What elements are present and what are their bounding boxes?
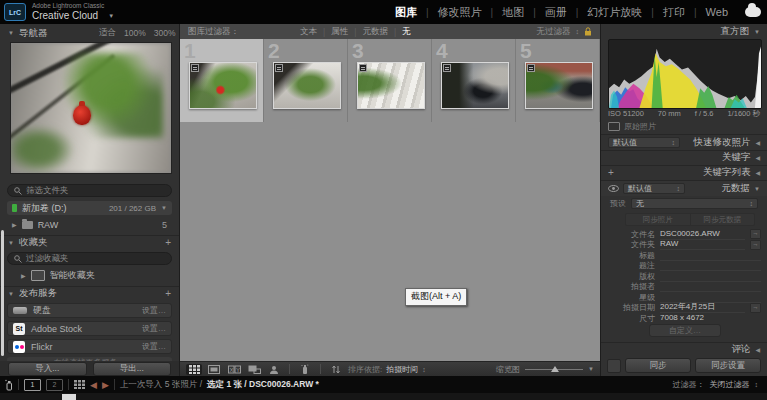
develop-badge-icon[interactable] — [527, 64, 535, 72]
field-value[interactable]: DSC00026.ARW — [660, 229, 745, 240]
left-panel-scrollbar[interactable] — [1, 230, 4, 356]
develop-badge-icon[interactable] — [359, 64, 367, 72]
import-button[interactable]: 导入... — [8, 362, 87, 376]
filter-preset-value[interactable]: 无过滤器 — [537, 26, 571, 38]
folder-row-raw[interactable]: ▶ RAW 5 — [7, 218, 172, 231]
field-value[interactable] — [660, 281, 761, 292]
triangle-right-icon[interactable]: ▶ — [21, 272, 26, 279]
quick-develop-preset-dropdown[interactable]: 默认值 ↕ — [608, 137, 680, 148]
module-map[interactable]: 地图 — [493, 5, 533, 20]
grid-cell-5[interactable]: 5 — [516, 39, 600, 122]
module-book[interactable]: 画册 — [536, 5, 576, 20]
zoom-300-button[interactable]: 300% — [154, 28, 176, 38]
module-print[interactable]: 打印 — [654, 5, 694, 20]
filter-tab-none[interactable]: 无 — [402, 26, 411, 38]
navigator-header[interactable]: ▼ 导航器 适合 100% 300% ↕ — [0, 26, 195, 40]
field-action-button[interactable]: → — [750, 240, 761, 250]
painter-spray-icon[interactable] — [297, 364, 313, 375]
module-slideshow[interactable]: 幻灯片放映 — [578, 5, 651, 20]
filmstrip-selection-status[interactable]: 选定 1 张 / DSC00026.ARW * — [207, 379, 319, 391]
sort-picker-icon[interactable]: ↕ — [422, 366, 426, 373]
collections-header[interactable]: ▼ 收藏夹 + — [0, 235, 179, 249]
volume-row[interactable]: 新加卷 (D:) 201 / 262 GB ▼ — [7, 201, 172, 215]
filter-tab-text[interactable]: 文本 — [300, 26, 317, 38]
publish-service-harddrive[interactable]: 硬盘 设置… — [7, 303, 172, 318]
field-value[interactable]: RAW — [660, 239, 745, 250]
autosync-toggle[interactable] — [607, 359, 621, 373]
photo-thumbnail-2[interactable] — [273, 62, 341, 109]
survey-view-icon[interactable] — [246, 364, 262, 375]
grid-cell-2[interactable]: 2 — [264, 39, 348, 122]
spray-can-icon[interactable] — [5, 379, 13, 390]
slider-knob[interactable] — [551, 366, 559, 372]
thumbnail-size-slider[interactable] — [525, 365, 583, 373]
grid-view-icon[interactable] — [186, 364, 202, 375]
histogram-header[interactable]: 直方图 ▼ — [601, 25, 767, 38]
sync-photos-button[interactable]: 同步照片 — [626, 214, 690, 225]
main-window-button[interactable]: 1 — [24, 379, 41, 391]
photo-thumbnail-1[interactable] — [189, 62, 257, 109]
develop-badge-icon[interactable] — [275, 64, 283, 72]
service-setup-link[interactable]: 设置… — [142, 323, 166, 334]
lock-icon[interactable] — [584, 27, 592, 36]
export-button[interactable]: 导出... — [93, 362, 172, 376]
grid-cell-4[interactable]: 4 — [432, 39, 516, 122]
field-value[interactable] — [660, 250, 761, 261]
service-setup-link[interactable]: 设置… — [142, 305, 166, 316]
field-value[interactable] — [660, 260, 761, 271]
sync-button[interactable]: 同步 — [625, 358, 691, 373]
smart-collections-row[interactable]: ▶ 智能收藏夹 — [7, 269, 172, 282]
sort-direction-icon[interactable] — [328, 364, 344, 375]
second-window-button[interactable]: 2 — [46, 379, 63, 391]
triangle-down-icon[interactable]: ▼ — [161, 205, 167, 211]
grid-cell-3[interactable]: 3 — [348, 39, 432, 122]
dropdown-arrows-icon[interactable]: ↕ — [755, 381, 759, 388]
histogram[interactable] — [608, 39, 762, 109]
module-develop[interactable]: 修改照片 — [429, 5, 491, 20]
collection-filter-input[interactable]: 过滤收藏夹 — [7, 252, 172, 265]
previous-photo-arrow[interactable]: ◀ — [90, 380, 97, 390]
loupe-view-icon[interactable] — [206, 364, 222, 375]
navigator-preview[interactable] — [10, 42, 172, 174]
field-value[interactable] — [660, 271, 761, 282]
zoom-fit-button[interactable]: 适合 — [99, 27, 116, 39]
sort-value[interactable]: 拍摄时间 — [386, 364, 418, 375]
field-action-button[interactable]: → — [750, 229, 761, 239]
field-value[interactable] — [660, 292, 761, 303]
add-publish-service-button[interactable]: + — [165, 288, 171, 299]
customize-metadata-button[interactable]: 自定义… — [649, 324, 721, 337]
field-action-button[interactable]: → — [750, 303, 761, 313]
filmstrip-source-status[interactable]: 上一次导入 5 张照片 / — [120, 379, 202, 391]
photo-thumbnail-3[interactable] — [357, 62, 425, 109]
grid-cell-1[interactable]: 1 — [180, 39, 264, 122]
triangle-right-icon[interactable]: ▶ — [12, 221, 17, 228]
keyword-list-header[interactable]: + 关键字列表 ◀ — [601, 165, 767, 179]
grid-back-icon[interactable] — [74, 380, 85, 389]
next-photo-arrow[interactable]: ▶ — [102, 380, 109, 390]
comments-header[interactable]: 评论 ◀ — [601, 342, 767, 356]
filmstrip-filter-value[interactable]: 关闭过滤器 — [710, 379, 750, 390]
toolbar-options-icon[interactable]: ▼ — [588, 366, 594, 372]
filter-tab-attribute[interactable]: 属性 — [331, 26, 348, 38]
filter-preset-picker-icon[interactable]: ↕ — [576, 28, 580, 35]
compare-view-icon[interactable]: XY — [226, 364, 242, 375]
develop-badge-icon[interactable] — [191, 64, 199, 72]
people-view-icon[interactable] — [266, 364, 282, 375]
chevron-down-icon[interactable]: ▼ — [108, 13, 114, 19]
sync-settings-button[interactable]: 同步设置 — [695, 358, 761, 373]
publish-services-header[interactable]: ▼ 发布服务 + — [0, 286, 179, 300]
photo-thumbnail-5[interactable] — [525, 62, 593, 109]
eye-icon[interactable] — [608, 185, 619, 192]
field-value[interactable]: 2022年4月25日 — [660, 302, 745, 313]
filter-tab-metadata[interactable]: 元数据 — [362, 26, 388, 38]
metadata-view-dropdown[interactable]: 默认值 ↕ — [623, 183, 685, 194]
sync-metadata-button[interactable]: 同步元数据 — [690, 214, 755, 225]
quick-develop-header[interactable]: 默认值 ↕ 快速修改照片 ◀ — [601, 134, 767, 149]
module-library[interactable]: 图库 — [386, 5, 426, 20]
keywording-header[interactable]: 关键字 ◀ — [601, 150, 767, 164]
filmstrip-thumbnails-edge[interactable] — [0, 393, 767, 400]
service-setup-link[interactable]: 设置… — [142, 341, 166, 352]
folder-filter-input[interactable]: 筛选文件夹 — [7, 184, 172, 197]
zoom-100-button[interactable]: 100% — [124, 28, 146, 38]
cloud-sync-icon[interactable] — [745, 7, 761, 17]
